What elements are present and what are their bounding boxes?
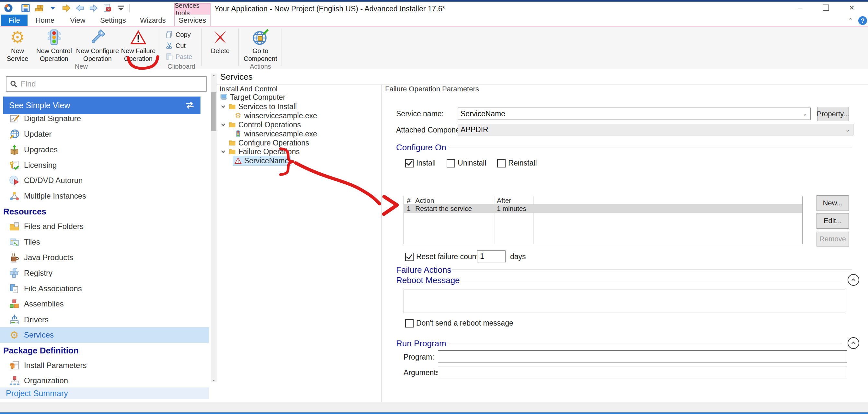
remove-action-button[interactable]: Remove [816,232,849,246]
program-input[interactable] [438,350,847,363]
forward-icon[interactable] [88,3,99,13]
registry-icon [8,267,20,279]
arguments-input[interactable] [438,366,847,378]
reset-failure-count-checkbox[interactable] [405,253,413,261]
sidebar-item-registry[interactable]: Registry [0,265,209,281]
new-failure-operation-button[interactable]: New Failure Operation [120,28,157,63]
sidebar-item-tiles[interactable]: Tiles [0,234,209,250]
sidebar-item-assemblies[interactable]: Assemblies [0,296,209,312]
scroll-down-icon[interactable]: ⌄ [211,377,217,382]
tree-node-servicename[interactable]: ServiceName [233,156,291,165]
sidebar-item-files-and-folders[interactable]: Files and Folders [0,219,209,234]
collapse-section-button[interactable] [847,274,859,286]
build-dropdown-icon[interactable] [48,3,58,13]
search-box[interactable] [6,76,207,92]
new-action-button[interactable]: New... [816,195,849,211]
reinstall-checkbox[interactable] [497,159,505,168]
sidebar-item-updater[interactable]: Updater [0,126,209,142]
table-header-num[interactable]: # [407,197,411,204]
tab-wizards[interactable]: Wizards [138,14,167,26]
minimize-button[interactable]: ─ [790,3,810,13]
sidebar-item-file-associations[interactable]: File Associations [0,281,209,296]
reset-days-input[interactable]: 1 [477,250,505,262]
tree-panel-header: Install And Control [217,85,381,93]
sidebar-item-project-summary[interactable]: Project Summary [0,387,209,399]
collapse-section-button[interactable] [847,337,859,349]
chevron-down-icon[interactable]: ⌄ [803,111,807,117]
edit-action-button[interactable]: Edit... [816,213,849,229]
run-icon[interactable] [61,3,71,13]
trial-days-icon[interactable]: 50 [102,3,113,13]
new-service-button[interactable]: ⚙ New Service [3,28,32,63]
tree-node-failure-operations[interactable]: Failure Operations [220,147,302,156]
chevron-expanded-icon[interactable] [220,148,227,155]
tree-node-target-computer[interactable]: Target Computer [219,93,287,102]
tree-node-services-to-install[interactable]: Services to Install [220,102,299,111]
go-to-component-button[interactable]: Go to Component [244,28,277,63]
sidebar-section-package-definition: Package Definition [3,345,79,356]
table-header-action[interactable]: Action [415,197,434,204]
scroll-up-icon[interactable]: ⌃ [211,73,217,79]
qat-customize-icon[interactable] [116,3,126,13]
tree-node-winservicesample-exe[interactable]: ⚙winservicesample.exe [233,111,319,120]
sidebar-item-drivers[interactable]: Drivers [0,312,209,327]
new-control-operation-button[interactable]: New Control Operation [34,28,74,63]
tree-node-control-operations[interactable]: Control Operations [220,120,303,129]
sidebar-item-multiple-instances[interactable]: Multiple Instances [0,188,209,204]
uninstall-checkbox[interactable] [446,159,455,168]
tree-node-label: ServiceName [244,156,289,165]
scrollbar-thumb[interactable] [211,92,216,131]
tab-services[interactable]: Services [174,14,211,26]
chevron-down-icon[interactable]: ⌄ [846,127,850,133]
sidebar-item-label: Drivers [24,315,49,324]
chevron-expanded-icon[interactable] [220,103,227,110]
quick-access-toolbar: 50 [0,3,129,13]
attached-component-combobox[interactable]: APPDIR ⌄ [458,124,854,136]
tree-node-configure-operations[interactable]: Configure Operations [220,138,311,147]
ribbon-group-separator [238,29,239,66]
sidebar-item-services[interactable]: ⚙Services [0,327,209,343]
tab-settings[interactable]: Settings [98,14,128,26]
tab-file[interactable]: File [1,14,28,26]
service-name-combobox[interactable]: ServiceName ⌄ [458,108,811,120]
paste-button[interactable]: Paste [165,52,193,62]
dont-send-reboot-checkbox[interactable] [405,319,413,327]
tab-view[interactable]: View [66,14,90,26]
collapse-ribbon-icon[interactable]: ⌃ [845,16,856,25]
upgrades-icon [8,144,20,155]
ribbon-group-separator [202,29,202,66]
copy-button[interactable]: Copy [165,30,193,39]
table-cell: 1 minutes [497,205,526,212]
install-checkbox[interactable] [405,159,413,168]
sidebar-item-upgrades[interactable]: Upgrades [0,142,209,157]
maximize-button[interactable] [816,3,836,13]
reboot-message-textarea[interactable] [404,290,845,313]
sidebar-item-organization[interactable]: Organization [0,373,209,388]
sidebar-scrollbar[interactable]: ⌃ ⌄ [211,73,217,382]
tree-node-winservicesample-exe[interactable]: winservicesample.exe [233,129,319,138]
sidebar-item-install-parameters[interactable]: Install Parameters [0,358,209,373]
tab-home[interactable]: Home [32,14,58,26]
table-header-after[interactable]: After [497,197,511,204]
delete-button[interactable]: Delete [207,28,233,63]
sidebar-item-cd-dvd-autorun[interactable]: CD/DVD Autorun [0,173,209,188]
new-configure-operation-button[interactable]: New Configure Operation [76,28,119,63]
cut-button[interactable]: Cut [165,41,193,51]
save-icon[interactable] [21,3,31,13]
sidebar: See Simple View Digital SignatureUpdater… [0,69,217,402]
search-input[interactable] [20,79,203,89]
close-button[interactable]: ✕ [842,3,862,13]
see-simple-view-button[interactable]: See Simple View [3,96,200,114]
help-icon[interactable]: ? [858,16,867,25]
traffic-light-icon [234,129,242,138]
build-icon[interactable] [34,3,44,13]
sidebar-item-java-products[interactable]: Java Products [0,250,209,265]
chevron-expanded-icon[interactable] [220,121,227,128]
window-bottom-accent [0,412,868,414]
back-icon[interactable] [75,3,85,13]
failure-actions-table[interactable]: # Action After 1Restart the service1 min… [404,196,803,244]
advanced-installer-logo-icon[interactable] [3,3,13,13]
sidebar-item-licensing[interactable]: Licensing [0,157,209,173]
property-button[interactable]: Property... [817,107,849,121]
table-row[interactable]: 1Restart the service1 minutes [404,204,802,213]
